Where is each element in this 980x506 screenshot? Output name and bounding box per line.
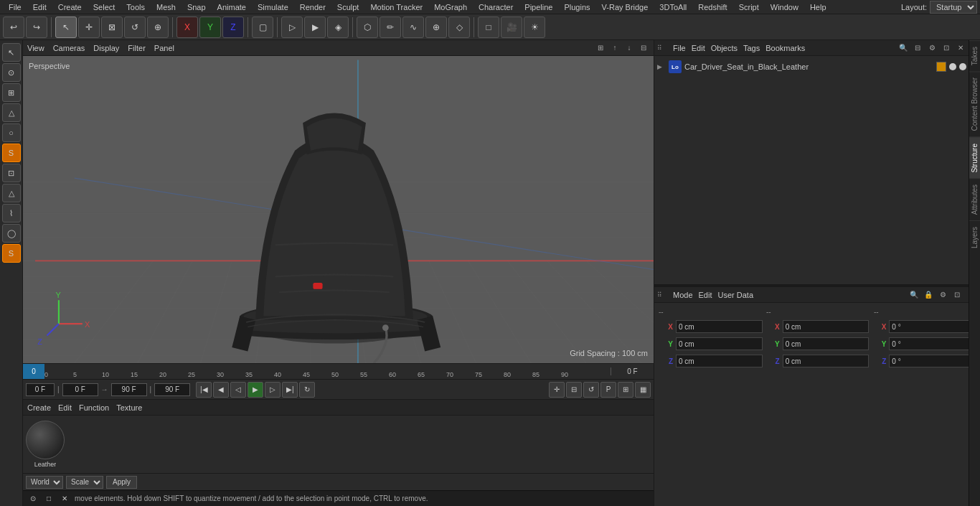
sidebar-snapping[interactable]: ⊡ [2, 164, 21, 182]
menu-window[interactable]: Window [765, 0, 804, 14]
playback-icon-4[interactable]: P [600, 382, 616, 398]
vp-icon-arrow-up[interactable]: ↑ [609, 42, 621, 54]
obj-settings-icon[interactable]: ⚙ [926, 42, 938, 54]
sidebar-loop-select[interactable]: △ [2, 103, 21, 122]
mat-menu-edit[interactable]: Edit [58, 403, 72, 412]
current-frame-input[interactable] [26, 383, 55, 396]
attr-search-icon[interactable]: 🔍 [908, 289, 920, 301]
obj-menu-bookmarks[interactable]: Bookmarks [765, 44, 805, 52]
sidebar-select[interactable]: ↖ [2, 43, 21, 62]
object-mode-button[interactable]: ▢ [252, 17, 273, 38]
vp-menu-panel[interactable]: Panel [154, 44, 174, 52]
tab-layers[interactable]: Layers [969, 220, 980, 254]
sidebar-knife[interactable]: △ [2, 184, 21, 202]
spline-button[interactable]: ∿ [402, 17, 424, 38]
playback-icon-2[interactable]: ⊟ [566, 382, 582, 398]
attr-settings-icon[interactable]: ⚙ [937, 289, 948, 301]
rotate-tool-button[interactable]: ↺ [124, 17, 146, 38]
playback-icon-1[interactable]: ✛ [549, 382, 565, 398]
light-button[interactable]: ☀ [524, 17, 545, 38]
sidebar-magnet[interactable]: ⌇ [2, 204, 21, 222]
pen-button[interactable]: ✏ [380, 17, 401, 38]
apply-button[interactable]: Apply [106, 476, 137, 489]
tab-content-browser[interactable]: Content Browser [969, 71, 980, 136]
render-picture-button[interactable]: ◈ [327, 17, 349, 38]
attr-menu-userdata[interactable]: User Data [718, 291, 754, 299]
tab-takes[interactable]: Takes [969, 40, 980, 71]
menu-script[interactable]: Script [733, 0, 765, 14]
obj-filter-icon[interactable]: ⊟ [912, 42, 923, 54]
go-to-end-button[interactable]: ▶| [282, 382, 298, 398]
layout-select[interactable]: Startup [930, 1, 977, 14]
menu-mograph[interactable]: MoGraph [428, 0, 473, 14]
menu-sculpt[interactable]: Sculpt [331, 0, 365, 14]
vp-menu-cameras[interactable]: Cameras [53, 44, 85, 52]
sidebar-poly-select[interactable]: ⊞ [2, 83, 21, 102]
menu-snap[interactable]: Snap [182, 0, 212, 14]
menu-render[interactable]: Render [294, 0, 331, 14]
menu-create[interactable]: Create [52, 0, 88, 14]
undo-button[interactable]: ↩ [3, 17, 24, 38]
vp-icon-expand[interactable]: ⊞ [595, 42, 606, 54]
menu-motion-tracker[interactable]: Motion Tracker [364, 0, 428, 14]
material-leather[interactable]: Leather [26, 421, 65, 468]
world-select[interactable]: World [26, 476, 63, 489]
menu-pipeline[interactable]: Pipeline [519, 0, 558, 14]
menu-character[interactable]: Character [473, 0, 519, 14]
scale-tool-button[interactable]: ⊠ [101, 17, 123, 38]
scale-select[interactable]: Scale [66, 476, 103, 489]
menu-plugins[interactable]: Plugins [558, 0, 595, 14]
obj-menu-objects[interactable]: Objects [711, 44, 738, 52]
loop-button[interactable]: ↻ [299, 382, 315, 398]
render-view-button[interactable]: ▶ [304, 17, 326, 38]
obj-expand-arrow[interactable]: ▶ [657, 63, 666, 70]
attr-maximize-icon[interactable]: ⊡ [951, 289, 963, 301]
vp-menu-view[interactable]: View [27, 44, 44, 52]
mat-menu-function[interactable]: Function [79, 403, 109, 412]
obj-menu-file[interactable]: File [673, 44, 686, 52]
vp-icon-grid[interactable]: ⊟ [638, 42, 649, 54]
attr-lock-icon[interactable]: 🔒 [923, 289, 934, 301]
attr-rot-y[interactable]: 0 ° [889, 337, 976, 350]
obj-menu-edit[interactable]: Edit [692, 44, 705, 52]
timeline-ticks[interactable]: 0 5 10 15 20 25 30 35 40 45 50 55 60 65 … [44, 364, 611, 380]
status-icon-2[interactable]: □ [43, 493, 55, 505]
status-icon-1[interactable]: ⊙ [27, 493, 39, 505]
attr-size-z[interactable]: 0 cm [783, 355, 870, 367]
attr-pos-z[interactable]: 0 cm [676, 355, 763, 367]
obj-maximize-icon[interactable]: ⊡ [941, 42, 952, 54]
attr-menu-edit[interactable]: Edit [699, 291, 712, 299]
end-frame-input[interactable] [111, 383, 147, 396]
vp-menu-display[interactable]: Display [93, 44, 119, 52]
x-axis-button[interactable]: X [176, 17, 198, 38]
cube-button[interactable]: ⬡ [357, 17, 378, 38]
menu-tools[interactable]: Tools [121, 0, 151, 14]
tab-attributes[interactable]: Attributes [969, 178, 980, 220]
obj-menu-tags[interactable]: Tags [743, 44, 760, 52]
sidebar-live-select[interactable]: ⊙ [2, 63, 21, 82]
sidebar-ring-select[interactable]: ○ [2, 123, 21, 142]
array-button[interactable]: ⊕ [425, 17, 447, 38]
sidebar-s-tool[interactable]: S [2, 144, 21, 162]
obj-close-icon[interactable]: ✕ [955, 42, 966, 54]
menu-select[interactable]: Select [88, 0, 121, 14]
redo-button[interactable]: ↪ [26, 17, 47, 38]
selection-tool-button[interactable]: ↖ [55, 17, 77, 38]
playback-icon-6[interactable]: ▦ [635, 382, 651, 398]
menu-simulate[interactable]: Simulate [252, 0, 294, 14]
fps-input[interactable] [154, 383, 190, 396]
attr-size-y[interactable]: 0 cm [783, 337, 870, 350]
deformer-button[interactable]: ◇ [448, 17, 470, 38]
menu-edit[interactable]: Edit [27, 0, 52, 14]
render-region-button[interactable]: ▷ [281, 17, 303, 38]
playback-icon-5[interactable]: ⊞ [618, 382, 633, 398]
sidebar-circle[interactable]: ◯ [2, 224, 21, 243]
obj-color-swatch[interactable] [936, 62, 946, 72]
attr-pos-y[interactable]: 0 cm [676, 337, 763, 350]
step-forward-button[interactable]: ▷ [265, 382, 281, 398]
start-frame-input[interactable] [62, 383, 98, 396]
vp-icon-arrow-down[interactable]: ↓ [623, 42, 635, 54]
status-icon-3[interactable]: ✕ [59, 493, 70, 505]
viewport-3d[interactable]: X Y Z Perspective Grid Spacing : 100 cm [23, 56, 654, 363]
timeline-start-frame[interactable]: 0 [23, 364, 44, 380]
